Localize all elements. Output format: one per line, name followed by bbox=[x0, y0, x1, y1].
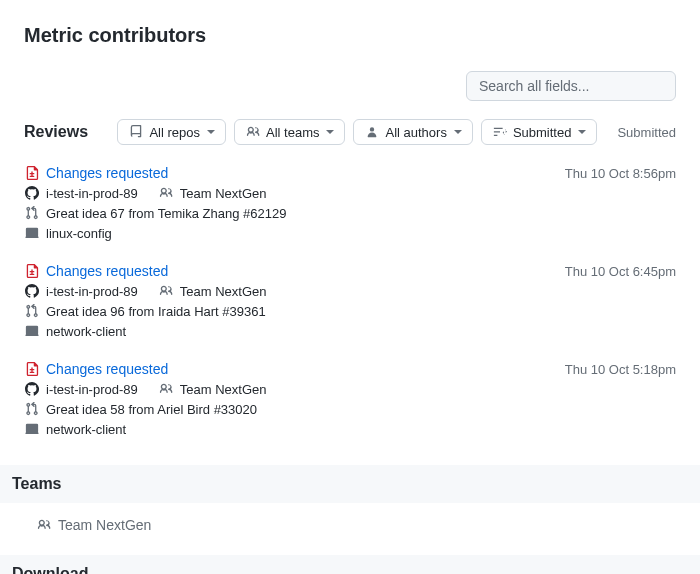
filter-authors-label: All authors bbox=[385, 125, 446, 140]
sort-icon bbox=[492, 124, 508, 140]
filter-teams-label: All teams bbox=[266, 125, 319, 140]
search-row bbox=[24, 71, 676, 101]
filter-teams[interactable]: All teams bbox=[234, 119, 345, 145]
reviews-header: Reviews All repos All teams All authors … bbox=[24, 113, 676, 151]
review-project: network-client bbox=[46, 422, 126, 437]
teams-body: Team NextGen bbox=[24, 503, 676, 539]
filter-authors[interactable]: All authors bbox=[353, 119, 472, 145]
github-icon bbox=[24, 381, 40, 397]
page-title: Metric contributors bbox=[24, 24, 676, 47]
review-project: linux-config bbox=[46, 226, 112, 241]
people-icon bbox=[158, 185, 174, 201]
laptop-icon bbox=[24, 225, 40, 241]
review-item: Changes requestedThu 10 Oct 8:56pmi-test… bbox=[24, 155, 676, 253]
reviews-title: Reviews bbox=[24, 123, 88, 141]
git-pull-request-icon bbox=[24, 401, 40, 417]
team-name[interactable]: Team NextGen bbox=[58, 517, 151, 533]
review-pr-title: Great idea 67 from Temika Zhang #62129 bbox=[46, 206, 286, 221]
caret-icon bbox=[207, 130, 215, 134]
review-team: Team NextGen bbox=[180, 284, 267, 299]
review-item: Changes requestedThu 10 Oct 5:18pmi-test… bbox=[24, 351, 676, 449]
git-pull-request-icon bbox=[24, 303, 40, 319]
github-icon bbox=[24, 185, 40, 201]
review-list: Changes requestedThu 10 Oct 8:56pmi-test… bbox=[24, 155, 676, 449]
review-item: Changes requestedThu 10 Oct 6:45pmi-test… bbox=[24, 253, 676, 351]
review-time: Thu 10 Oct 8:56pm bbox=[565, 166, 676, 181]
repo-icon bbox=[128, 124, 144, 140]
review-repo: i-test-in-prod-89 bbox=[46, 382, 138, 397]
filter-sort-label: Submitted bbox=[513, 125, 572, 140]
review-status-link[interactable]: Changes requested bbox=[46, 361, 168, 377]
review-team: Team NextGen bbox=[180, 186, 267, 201]
caret-icon bbox=[454, 130, 462, 134]
caret-icon bbox=[578, 130, 586, 134]
review-status-link[interactable]: Changes requested bbox=[46, 165, 168, 181]
review-pr-title: Great idea 96 from Iraida Hart #39361 bbox=[46, 304, 266, 319]
file-diff-icon bbox=[24, 263, 40, 279]
filter-repos-label: All repos bbox=[149, 125, 200, 140]
filters-group: All repos All teams All authors Submitte… bbox=[117, 119, 597, 145]
sort-column-label: Submitted bbox=[617, 125, 676, 140]
download-section-title: Download bbox=[0, 555, 700, 574]
person-icon bbox=[364, 124, 380, 140]
review-repo: i-test-in-prod-89 bbox=[46, 284, 138, 299]
laptop-icon bbox=[24, 421, 40, 437]
review-project: network-client bbox=[46, 324, 126, 339]
review-team: Team NextGen bbox=[180, 382, 267, 397]
review-repo: i-test-in-prod-89 bbox=[46, 186, 138, 201]
people-icon bbox=[245, 124, 261, 140]
filter-sort[interactable]: Submitted bbox=[481, 119, 598, 145]
review-status-link[interactable]: Changes requested bbox=[46, 263, 168, 279]
file-diff-icon bbox=[24, 361, 40, 377]
file-diff-icon bbox=[24, 165, 40, 181]
review-time: Thu 10 Oct 5:18pm bbox=[565, 362, 676, 377]
teams-section-title: Teams bbox=[0, 465, 700, 503]
people-icon bbox=[158, 381, 174, 397]
people-icon bbox=[36, 517, 52, 533]
review-pr-title: Great idea 58 from Ariel Bird #33020 bbox=[46, 402, 257, 417]
laptop-icon bbox=[24, 323, 40, 339]
github-icon bbox=[24, 283, 40, 299]
search-input[interactable] bbox=[466, 71, 676, 101]
caret-icon bbox=[326, 130, 334, 134]
git-pull-request-icon bbox=[24, 205, 40, 221]
review-time: Thu 10 Oct 6:45pm bbox=[565, 264, 676, 279]
filter-repos[interactable]: All repos bbox=[117, 119, 226, 145]
people-icon bbox=[158, 283, 174, 299]
